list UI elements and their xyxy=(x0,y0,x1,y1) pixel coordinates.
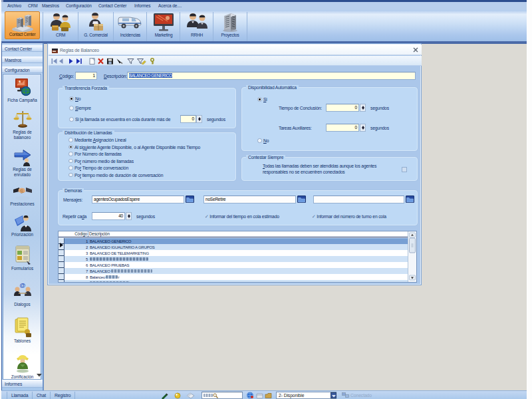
svg-text:@: @ xyxy=(19,282,25,289)
